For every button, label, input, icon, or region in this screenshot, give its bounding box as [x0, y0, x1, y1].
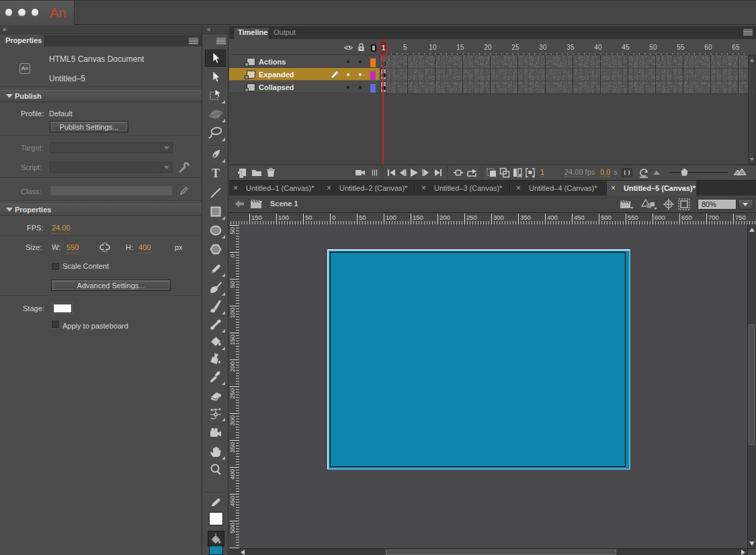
svg-text:150: 150: [229, 335, 236, 345]
svg-text:250: 250: [229, 388, 236, 399]
svg-text:300: 300: [229, 415, 236, 426]
svg-text:5: 5: [403, 44, 407, 51]
svg-text:35: 35: [566, 44, 575, 51]
svg-text:0: 0: [332, 214, 335, 221]
svg-text:40: 40: [594, 44, 602, 51]
svg-text:50: 50: [229, 281, 236, 288]
svg-text:550: 550: [628, 214, 638, 221]
svg-text:200: 200: [229, 361, 236, 372]
svg-text:100: 100: [278, 214, 289, 221]
svg-text:15: 15: [456, 44, 464, 51]
svg-text:300: 300: [493, 214, 504, 221]
svg-text:0: 0: [229, 254, 236, 257]
svg-text:65: 65: [732, 44, 740, 51]
svg-text:150: 150: [251, 214, 262, 221]
svg-text:500: 500: [601, 214, 612, 221]
svg-text:100: 100: [386, 214, 396, 221]
svg-text:100: 100: [229, 308, 236, 318]
svg-text:50: 50: [305, 214, 312, 221]
svg-text:55: 55: [677, 44, 685, 51]
svg-text:450: 450: [574, 214, 585, 221]
svg-text:400: 400: [547, 214, 558, 221]
svg-text:45: 45: [622, 44, 630, 51]
svg-text:700: 700: [708, 214, 719, 221]
svg-text:600: 600: [655, 214, 665, 221]
svg-text:10: 10: [429, 44, 437, 51]
svg-text:60: 60: [704, 44, 712, 51]
svg-text:750: 750: [735, 214, 746, 221]
svg-text:650: 650: [681, 214, 692, 221]
svg-text:350: 350: [229, 442, 236, 453]
svg-text:500: 500: [229, 523, 236, 533]
svg-text:T: T: [212, 167, 220, 180]
svg-text:250: 250: [466, 214, 477, 221]
svg-text:50: 50: [649, 44, 657, 51]
svg-text:50: 50: [229, 227, 236, 234]
svg-text:30: 30: [539, 44, 547, 51]
svg-text:350: 350: [520, 214, 531, 221]
svg-text:50: 50: [359, 214, 366, 221]
svg-text:20: 20: [484, 44, 492, 51]
svg-text:200: 200: [439, 214, 450, 221]
svg-text:150: 150: [413, 214, 423, 221]
svg-text:400: 400: [229, 469, 236, 480]
svg-text:25: 25: [511, 44, 519, 51]
svg-text:450: 450: [229, 496, 236, 507]
